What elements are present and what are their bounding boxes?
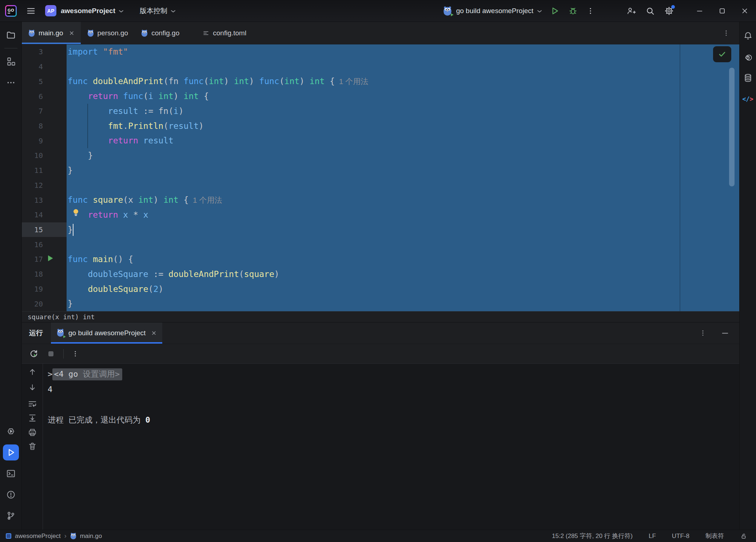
more-tool-windows-button[interactable] (3, 75, 19, 91)
console-output[interactable]: ><4 go 设置调用> 4 进程 已完成，退出代码为 0 (43, 364, 739, 530)
gutter-line-12[interactable]: 12 (22, 178, 67, 193)
window-maximize-button[interactable] (711, 0, 733, 22)
code-line-6[interactable]: return func(i int) int { (67, 89, 739, 104)
code-line-13[interactable]: func square(x int) int { 1 个用法 (67, 193, 739, 207)
print-icon[interactable] (28, 428, 37, 437)
tab-options-icon[interactable] (723, 22, 739, 44)
code-tools-icon[interactable]: </> (741, 92, 755, 106)
close-tab-icon[interactable] (69, 31, 74, 36)
encoding-widget[interactable]: UTF-8 (672, 533, 689, 540)
caret-position-widget[interactable]: 15:2 (285 字符, 20 行 换行符) (552, 532, 633, 540)
breadcrumb-project[interactable]: awesomeProject (15, 533, 61, 540)
close-tab-icon[interactable] (151, 331, 156, 336)
project-tool-button[interactable] (3, 27, 19, 43)
window-close-button[interactable] (733, 0, 756, 22)
editor-scrollbar[interactable] (729, 68, 735, 186)
rerun-button[interactable] (29, 349, 39, 359)
gutter-line-3[interactable]: 3 (22, 44, 67, 59)
panel-options-icon[interactable] (699, 329, 707, 337)
code-line-5[interactable]: func doubleAndPrint(fn func(int) int) fu… (67, 74, 739, 89)
settings-gear-icon[interactable] (664, 6, 674, 16)
code-line-11[interactable]: } (67, 163, 739, 178)
gutter-line-10[interactable]: 10 (22, 148, 67, 163)
code-line-14[interactable]: return x * x (67, 207, 739, 222)
line-ending-widget[interactable]: LF (649, 533, 656, 540)
code-line-10[interactable]: } (67, 148, 739, 163)
inspections-widget[interactable] (713, 46, 731, 62)
gutter-line-18[interactable]: 18 (22, 267, 67, 282)
run-tool-button[interactable] (3, 444, 19, 460)
gutter-line-6[interactable]: 6 (22, 89, 67, 104)
console-more-options-icon[interactable] (72, 350, 79, 357)
scroll-to-end-icon[interactable] (28, 413, 37, 423)
code-line-8[interactable]: fmt.Println(result) (67, 119, 739, 134)
gutter-line-20[interactable]: 20 (22, 296, 67, 311)
code-line-9[interactable]: return result (67, 133, 739, 148)
gutter-line-19[interactable]: 19 (22, 282, 67, 297)
hide-panel-icon[interactable] (721, 329, 729, 337)
tab-config-go[interactable]: config.go (135, 22, 186, 44)
code-with-me-icon[interactable] (626, 6, 636, 16)
clear-console-trash-icon[interactable] (28, 442, 37, 451)
tab-main-go[interactable]: main.go (22, 22, 81, 44)
gutter-line-7[interactable]: 7 (22, 104, 67, 119)
stop-button[interactable] (47, 349, 55, 358)
code-line-4[interactable] (67, 59, 739, 74)
database-icon[interactable] (741, 71, 755, 85)
breadcrumb-file[interactable]: main.go (80, 533, 102, 540)
gutter-line-11[interactable]: 11 (22, 163, 67, 178)
terminal-tool-button[interactable] (3, 466, 19, 482)
gutter-line-4[interactable]: 4 (22, 59, 67, 74)
code-line-15[interactable]: } (67, 222, 739, 237)
next-occurrence-icon[interactable] (28, 383, 37, 392)
services-tool-button[interactable] (3, 423, 19, 439)
code-line-20[interactable]: } (67, 296, 739, 311)
soft-wrap-icon[interactable] (28, 399, 37, 409)
tab-config-toml[interactable]: config.toml (196, 22, 253, 44)
run-tab[interactable]: go build awesomeProject (51, 323, 162, 344)
gutter-line-17[interactable]: 17 (22, 252, 67, 267)
notifications-bell-icon[interactable] (741, 28, 755, 43)
editor-gutter[interactable]: 34567891011121314151617181920 (22, 44, 67, 311)
gutter-line-5[interactable]: 5 (22, 74, 67, 89)
line-number: 17 (22, 255, 43, 264)
gutter-line-8[interactable]: 8 (22, 119, 67, 134)
problems-tool-button[interactable] (3, 487, 19, 503)
code-line-12[interactable] (67, 178, 739, 193)
tab-person-go[interactable]: person.go (81, 22, 135, 44)
structure-tool-button[interactable] (3, 54, 19, 70)
code-line-16[interactable] (67, 237, 739, 252)
intention-bulb-icon[interactable] (71, 208, 80, 218)
vcs-widget[interactable]: 版本控制 (140, 6, 176, 16)
run-configuration-selector[interactable]: go build awesomeProject (443, 6, 542, 16)
debug-button[interactable] (568, 6, 578, 16)
prev-occurrence-icon[interactable] (28, 367, 37, 377)
version-control-tool-button[interactable] (3, 508, 19, 524)
run-line-icon[interactable] (46, 254, 55, 263)
gutter-line-14[interactable]: 14 (22, 207, 67, 222)
ai-assistant-icon[interactable] (741, 50, 755, 64)
left-tool-stripe (0, 22, 22, 530)
indent-widget[interactable]: 制表符 (705, 532, 724, 540)
line-number: 12 (22, 181, 43, 190)
breadcrumb[interactable]: awesomeProject › main.go (0, 532, 102, 540)
gutter-line-9[interactable]: 9 (22, 133, 67, 148)
gutter-line-16[interactable]: 16 (22, 237, 67, 252)
code-area[interactable]: import "fmt"func doubleAndPrint(fn func(… (67, 44, 739, 311)
window-minimize-button[interactable] (688, 0, 711, 22)
search-everywhere-icon[interactable] (645, 6, 655, 16)
gutter-line-13[interactable]: 13 (22, 193, 67, 207)
code-line-3[interactable]: import "fmt" (67, 44, 739, 59)
project-widget[interactable]: AP awesomeProject (45, 5, 124, 16)
more-actions-icon[interactable] (586, 7, 594, 15)
collapsed-command-chip[interactable]: <4 go 设置调用> (52, 368, 122, 380)
unlocked-padlock-icon[interactable] (740, 533, 747, 540)
run-panel-title[interactable]: 运行 (22, 323, 51, 344)
code-line-7[interactable]: result := fn(i) (67, 104, 739, 119)
code-line-19[interactable]: doubleSquare(2) (67, 282, 739, 297)
gutter-line-15[interactable]: 15 (22, 222, 67, 237)
main-menu-icon[interactable] (26, 6, 36, 16)
run-button[interactable] (550, 6, 560, 16)
code-line-18[interactable]: doubleSquare := doubleAndPrint(square) (67, 267, 739, 282)
code-line-17[interactable]: func main() { (67, 252, 739, 267)
